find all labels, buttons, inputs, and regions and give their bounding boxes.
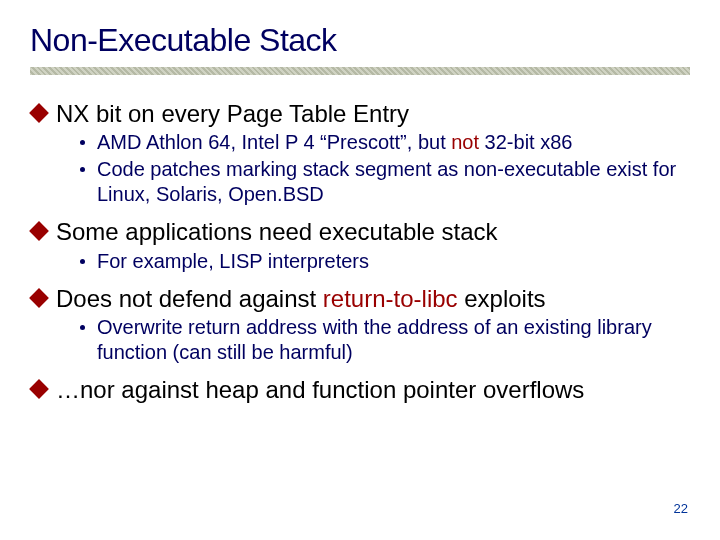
sub-bullet-text: Code patches marking stack segment as no… [97, 157, 690, 207]
bullet-item: Some applications need executable stack [32, 217, 690, 246]
diamond-icon [29, 288, 49, 308]
dot-icon [80, 325, 85, 330]
bullet-text: Does not defend against return-to-libc e… [56, 284, 546, 313]
diamond-icon [29, 221, 49, 241]
diamond-icon [29, 103, 49, 123]
bullet-item: Does not defend against return-to-libc e… [32, 284, 690, 313]
dot-icon [80, 259, 85, 264]
diamond-icon [29, 379, 49, 399]
sub-bullet-item: For example, LISP interpreters [80, 249, 690, 274]
bullet-item: …nor against heap and function pointer o… [32, 375, 690, 404]
sub-bullet-item: AMD Athlon 64, Intel P 4 “Prescott”, but… [80, 130, 690, 155]
dot-icon [80, 167, 85, 172]
bullet-text: …nor against heap and function pointer o… [56, 375, 584, 404]
slide: Non-Executable Stack NX bit on every Pag… [0, 0, 720, 540]
bullet-text: Some applications need executable stack [56, 217, 498, 246]
sub-bullet-list: Overwrite return address with the addres… [80, 315, 690, 365]
sub-bullet-item: Overwrite return address with the addres… [80, 315, 690, 365]
sub-bullet-item: Code patches marking stack segment as no… [80, 157, 690, 207]
sub-bullet-text: Overwrite return address with the addres… [97, 315, 690, 365]
slide-content: NX bit on every Page Table Entry AMD Ath… [30, 99, 690, 404]
sub-bullet-list: AMD Athlon 64, Intel P 4 “Prescott”, but… [80, 130, 690, 207]
title-divider [30, 67, 690, 75]
dot-icon [80, 140, 85, 145]
page-number: 22 [674, 501, 688, 516]
slide-title: Non-Executable Stack [30, 22, 690, 59]
sub-bullet-text: AMD Athlon 64, Intel P 4 “Prescott”, but… [97, 130, 572, 155]
sub-bullet-list: For example, LISP interpreters [80, 249, 690, 274]
bullet-item: NX bit on every Page Table Entry [32, 99, 690, 128]
sub-bullet-text: For example, LISP interpreters [97, 249, 369, 274]
bullet-text: NX bit on every Page Table Entry [56, 99, 409, 128]
